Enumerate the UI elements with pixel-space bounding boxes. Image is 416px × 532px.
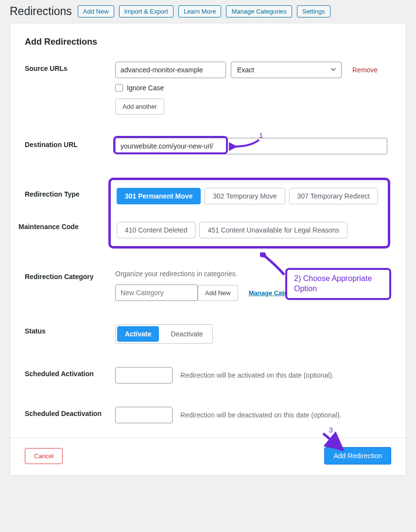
redirections-card: Add Redirections Source URLs Exact Remov… bbox=[10, 23, 406, 476]
settings-button[interactable]: Settings bbox=[297, 5, 330, 17]
add-new-button[interactable]: Add New bbox=[78, 5, 114, 17]
chevron-down-icon bbox=[330, 66, 336, 74]
remove-source-link[interactable]: Remove bbox=[352, 66, 378, 74]
annotation-callout-2: 2) Choose Appropriate Option bbox=[285, 268, 391, 300]
redirection-type-label: Redirection Type bbox=[25, 178, 115, 249]
scheduled-deactivation-input[interactable] bbox=[115, 407, 173, 423]
panel-title: Add Redirections bbox=[25, 37, 391, 47]
page-header: Redirections Add New Import & Export Lea… bbox=[10, 5, 406, 18]
status-label: Status bbox=[25, 324, 115, 344]
annotation-number-1: 1 bbox=[259, 131, 263, 139]
annotation-number-3: 3 bbox=[329, 426, 333, 434]
type-301-button[interactable]: 301 Permanent Move bbox=[117, 188, 201, 204]
match-type-value: Exact bbox=[237, 66, 254, 74]
add-another-source-button[interactable]: Add another bbox=[115, 99, 164, 115]
maintenance-code-label: Maintenance Code bbox=[18, 223, 79, 231]
scheduled-deactivation-hint: Redirection will be deactivated on this … bbox=[180, 411, 342, 419]
type-302-button[interactable]: 302 Temporary Move bbox=[205, 188, 285, 204]
ignore-case-checkbox[interactable] bbox=[115, 84, 123, 92]
source-url-input[interactable] bbox=[115, 62, 226, 78]
code-410-button[interactable]: 410 Content Deleted bbox=[117, 222, 195, 238]
page-title: Redirections bbox=[10, 5, 72, 18]
code-451-button[interactable]: 451 Content Unavailable for Legal Reason… bbox=[199, 222, 347, 238]
cancel-button[interactable]: Cancel bbox=[25, 448, 63, 464]
redirection-category-label: Redirection Category bbox=[25, 270, 115, 301]
type-307-button[interactable]: 307 Temporary Redirect bbox=[289, 188, 378, 204]
scheduled-deactivation-label: Scheduled Deactivation bbox=[25, 407, 115, 423]
annotation-highlight-2: 301 Permanent Move 302 Temporary Move 30… bbox=[108, 178, 390, 249]
ignore-case-label: Ignore Case bbox=[127, 84, 164, 92]
match-type-select[interactable]: Exact bbox=[231, 62, 342, 78]
manage-categories-button[interactable]: Manage Categories bbox=[226, 5, 292, 17]
new-category-input[interactable] bbox=[115, 284, 198, 301]
import-export-button[interactable]: Import & Export bbox=[119, 5, 173, 17]
status-deactivate-button[interactable]: Deactivate bbox=[163, 326, 210, 342]
scheduled-activation-label: Scheduled Activation bbox=[25, 367, 115, 383]
add-redirection-button[interactable]: Add Redirection bbox=[324, 447, 391, 465]
status-activate-button[interactable]: Activate bbox=[117, 326, 159, 342]
scheduled-activation-hint: Redirection will be activated on this da… bbox=[180, 371, 334, 379]
destination-url-input[interactable] bbox=[115, 138, 387, 154]
add-category-button[interactable]: Add New bbox=[198, 285, 238, 301]
scheduled-activation-input[interactable] bbox=[115, 367, 173, 383]
destination-url-label: Destination URL bbox=[25, 138, 115, 154]
source-urls-label: Source URLs bbox=[25, 62, 115, 115]
learn-more-button[interactable]: Learn More bbox=[178, 5, 221, 17]
